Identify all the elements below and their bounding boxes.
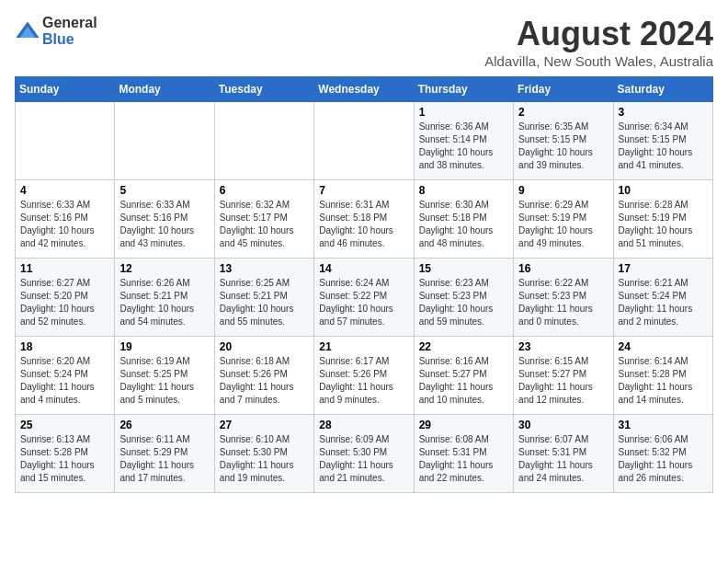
logo-text: General Blue (42, 15, 97, 47)
week-row-3: 11Sunrise: 6:27 AM Sunset: 5:20 PM Dayli… (16, 259, 713, 337)
day-number: 11 (20, 262, 109, 275)
day-info: Sunrise: 6:18 AM Sunset: 5:26 PM Dayligh… (220, 355, 309, 407)
day-number: 16 (518, 262, 608, 275)
day-info: Sunrise: 6:24 AM Sunset: 5:22 PM Dayligh… (319, 277, 408, 328)
day-info: Sunrise: 6:16 AM Sunset: 5:27 PM Dayligh… (419, 355, 508, 407)
calendar-cell: 28Sunrise: 6:09 AM Sunset: 5:30 PM Dayli… (314, 415, 414, 493)
day-info: Sunrise: 6:20 AM Sunset: 5:24 PM Dayligh… (20, 355, 109, 407)
header-day-sunday: Sunday (16, 77, 115, 102)
logo-blue: Blue (42, 31, 97, 48)
day-info: Sunrise: 6:19 AM Sunset: 5:25 PM Dayligh… (119, 355, 209, 407)
calendar-cell: 24Sunrise: 6:14 AM Sunset: 5:28 PM Dayli… (613, 337, 712, 415)
calendar-cell: 23Sunrise: 6:15 AM Sunset: 5:27 PM Dayli… (514, 337, 613, 415)
day-info: Sunrise: 6:13 AM Sunset: 5:28 PM Dayligh… (20, 433, 109, 485)
calendar-body: 1Sunrise: 6:36 AM Sunset: 5:14 PM Daylig… (16, 102, 713, 493)
day-info: Sunrise: 6:08 AM Sunset: 5:31 PM Dayligh… (419, 433, 508, 485)
calendar-cell: 16Sunrise: 6:22 AM Sunset: 5:23 PM Dayli… (514, 259, 613, 337)
calendar-cell: 21Sunrise: 6:17 AM Sunset: 5:26 PM Dayli… (314, 337, 414, 415)
day-number: 2 (518, 106, 608, 119)
calendar-cell: 31Sunrise: 6:06 AM Sunset: 5:32 PM Dayli… (613, 415, 712, 493)
calendar-cell: 30Sunrise: 6:07 AM Sunset: 5:31 PM Dayli… (514, 415, 613, 493)
day-info: Sunrise: 6:14 AM Sunset: 5:28 PM Dayligh… (619, 355, 708, 407)
day-number: 19 (119, 340, 209, 353)
day-number: 22 (419, 340, 508, 353)
day-info: Sunrise: 6:06 AM Sunset: 5:32 PM Dayligh… (619, 433, 708, 485)
day-number: 25 (20, 419, 109, 431)
day-info: Sunrise: 6:29 AM Sunset: 5:19 PM Dayligh… (518, 199, 608, 250)
calendar-cell (314, 102, 414, 180)
calendar-cell: 6Sunrise: 6:32 AM Sunset: 5:17 PM Daylig… (214, 180, 313, 259)
header-day-thursday: Thursday (414, 77, 513, 102)
day-number: 31 (619, 419, 708, 431)
calendar-cell: 8Sunrise: 6:30 AM Sunset: 5:18 PM Daylig… (414, 180, 513, 259)
day-number: 3 (619, 106, 708, 119)
calendar-cell: 1Sunrise: 6:36 AM Sunset: 5:14 PM Daylig… (414, 102, 513, 180)
calendar-cell: 3Sunrise: 6:34 AM Sunset: 5:15 PM Daylig… (613, 102, 712, 180)
day-info: Sunrise: 6:25 AM Sunset: 5:21 PM Dayligh… (220, 277, 309, 328)
day-number: 7 (319, 184, 408, 197)
calendar-cell: 2Sunrise: 6:35 AM Sunset: 5:15 PM Daylig… (514, 102, 613, 180)
subtitle: Aldavilla, New South Wales, Australia (484, 53, 713, 69)
calendar-cell: 13Sunrise: 6:25 AM Sunset: 5:21 PM Dayli… (214, 259, 313, 337)
calendar-cell: 10Sunrise: 6:28 AM Sunset: 5:19 PM Dayli… (613, 180, 712, 259)
week-row-1: 1Sunrise: 6:36 AM Sunset: 5:14 PM Daylig… (16, 102, 713, 180)
calendar-cell: 22Sunrise: 6:16 AM Sunset: 5:27 PM Dayli… (414, 337, 513, 415)
day-info: Sunrise: 6:07 AM Sunset: 5:31 PM Dayligh… (518, 433, 608, 485)
calendar-cell: 29Sunrise: 6:08 AM Sunset: 5:31 PM Dayli… (414, 415, 513, 493)
day-number: 18 (20, 340, 109, 353)
day-number: 20 (220, 340, 309, 353)
day-number: 9 (518, 184, 608, 197)
main-title: August 2024 (484, 15, 713, 53)
calendar-cell (16, 102, 115, 180)
day-info: Sunrise: 6:34 AM Sunset: 5:15 PM Dayligh… (619, 121, 708, 172)
day-info: Sunrise: 6:15 AM Sunset: 5:27 PM Dayligh… (518, 355, 608, 407)
header-day-friday: Friday (514, 77, 613, 102)
header-day-tuesday: Tuesday (214, 77, 313, 102)
day-info: Sunrise: 6:23 AM Sunset: 5:23 PM Dayligh… (419, 277, 508, 328)
day-info: Sunrise: 6:10 AM Sunset: 5:30 PM Dayligh… (220, 433, 309, 485)
calendar-cell: 4Sunrise: 6:33 AM Sunset: 5:16 PM Daylig… (16, 180, 115, 259)
header-row: SundayMondayTuesdayWednesdayThursdayFrid… (16, 77, 713, 102)
day-number: 28 (319, 419, 408, 431)
day-info: Sunrise: 6:28 AM Sunset: 5:19 PM Dayligh… (619, 199, 708, 250)
logo-general: General (42, 15, 97, 31)
calendar-cell (214, 102, 313, 180)
calendar-cell: 20Sunrise: 6:18 AM Sunset: 5:26 PM Dayli… (214, 337, 313, 415)
day-number: 21 (319, 340, 408, 353)
day-number: 27 (220, 419, 309, 431)
calendar-cell: 15Sunrise: 6:23 AM Sunset: 5:23 PM Dayli… (414, 259, 513, 337)
day-number: 17 (619, 262, 708, 275)
day-number: 14 (319, 262, 408, 275)
day-info: Sunrise: 6:17 AM Sunset: 5:26 PM Dayligh… (319, 355, 408, 407)
day-number: 13 (220, 262, 309, 275)
day-info: Sunrise: 6:36 AM Sunset: 5:14 PM Dayligh… (419, 121, 508, 172)
day-number: 5 (119, 184, 209, 197)
logo-icon (15, 18, 40, 44)
day-number: 15 (419, 262, 508, 275)
calendar-cell: 12Sunrise: 6:26 AM Sunset: 5:21 PM Dayli… (115, 259, 214, 337)
calendar-cell: 14Sunrise: 6:24 AM Sunset: 5:22 PM Dayli… (314, 259, 414, 337)
day-info: Sunrise: 6:33 AM Sunset: 5:16 PM Dayligh… (20, 199, 109, 250)
day-number: 8 (419, 184, 508, 197)
calendar-cell: 5Sunrise: 6:33 AM Sunset: 5:16 PM Daylig… (115, 180, 214, 259)
day-number: 29 (419, 419, 508, 431)
day-info: Sunrise: 6:32 AM Sunset: 5:17 PM Dayligh… (220, 199, 309, 250)
day-info: Sunrise: 6:35 AM Sunset: 5:15 PM Dayligh… (518, 121, 608, 172)
calendar-cell: 19Sunrise: 6:19 AM Sunset: 5:25 PM Dayli… (115, 337, 214, 415)
day-number: 12 (119, 262, 209, 275)
title-block: August 2024 Aldavilla, New South Wales, … (484, 15, 713, 69)
day-number: 23 (518, 340, 608, 353)
week-row-2: 4Sunrise: 6:33 AM Sunset: 5:16 PM Daylig… (16, 180, 713, 259)
day-number: 1 (419, 106, 508, 119)
day-info: Sunrise: 6:21 AM Sunset: 5:24 PM Dayligh… (619, 277, 708, 328)
day-info: Sunrise: 6:30 AM Sunset: 5:18 PM Dayligh… (419, 199, 508, 250)
calendar-cell (115, 102, 214, 180)
day-info: Sunrise: 6:22 AM Sunset: 5:23 PM Dayligh… (518, 277, 608, 328)
day-number: 26 (119, 419, 209, 431)
calendar-cell: 18Sunrise: 6:20 AM Sunset: 5:24 PM Dayli… (16, 337, 115, 415)
day-info: Sunrise: 6:27 AM Sunset: 5:20 PM Dayligh… (20, 277, 109, 328)
calendar-cell: 7Sunrise: 6:31 AM Sunset: 5:18 PM Daylig… (314, 180, 414, 259)
page-header: General Blue August 2024 Aldavilla, New … (15, 15, 713, 69)
day-info: Sunrise: 6:11 AM Sunset: 5:29 PM Dayligh… (119, 433, 209, 485)
header-day-monday: Monday (115, 77, 214, 102)
